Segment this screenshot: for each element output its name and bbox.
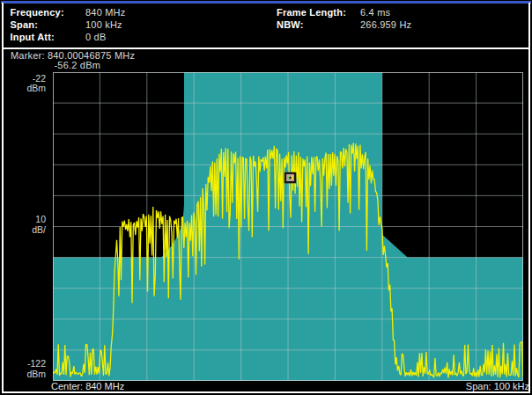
input-att-label: Input Att: [11, 32, 55, 42]
marker-amplitude-readout: -56.2 dBm [55, 60, 101, 70]
y-axis-top-label: -22 dBm [2, 74, 46, 94]
frame-length-value: 6.4 ms [360, 7, 390, 18]
y-axis-bottom-label: -122 dBm [2, 359, 46, 379]
header-separator [4, 48, 528, 49]
frequency-label: Frequency: [11, 7, 64, 18]
frequency-value: 840 MHz [85, 7, 125, 18]
nbw-value: 266.959 Hz [360, 19, 411, 30]
center-frequency-label: Center: 840 MHz [51, 381, 124, 391]
nbw-label: NBW: [277, 19, 304, 30]
trace-marker[interactable] [285, 173, 295, 182]
y-axis-scale-label: 10 dB/ [2, 215, 46, 235]
span-footer-label: Span: 100 kHz [466, 381, 529, 391]
input-att-value: 0 dB [85, 32, 106, 42]
screen-background: Frequency: 840 MHz Span: 100 kHz Input A… [0, 0, 532, 395]
spectrum-analyzer-screen: { "header":{"left":[{"label":"Frequency:… [0, 0, 532, 395]
span-label: Span: [11, 19, 39, 30]
span-value: 100 kHz [85, 19, 122, 30]
frame-length-label: Frame Length: [277, 7, 346, 18]
spectrum-plot[interactable] [53, 72, 523, 381]
